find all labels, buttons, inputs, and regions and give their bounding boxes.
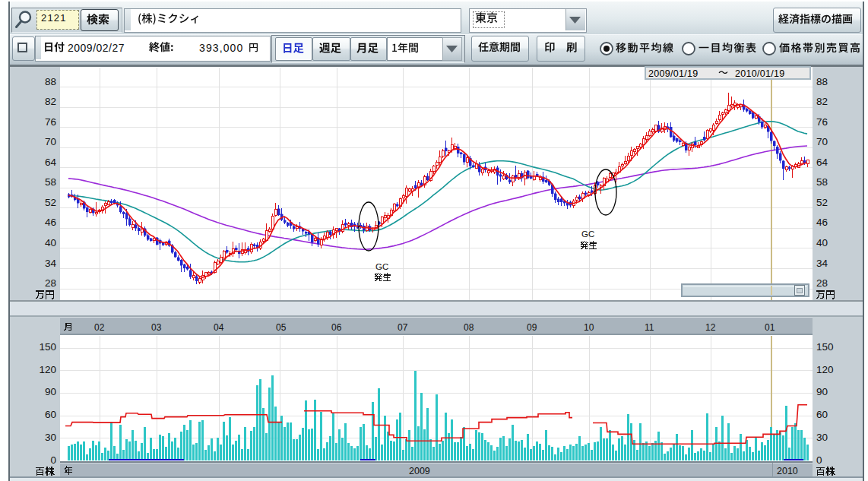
svg-text:08: 08 (464, 322, 474, 333)
svg-text:58: 58 (816, 176, 828, 188)
svg-text:150: 150 (39, 341, 56, 353)
svg-text:58: 58 (45, 176, 56, 188)
svg-text:88: 88 (816, 76, 828, 87)
svg-text:34: 34 (816, 258, 828, 269)
svg-text:03: 03 (151, 322, 162, 333)
svg-text:82: 82 (816, 96, 828, 107)
svg-text:05: 05 (276, 322, 287, 333)
svg-text:76: 76 (816, 116, 828, 128)
svg-text:0: 0 (50, 454, 56, 466)
svg-text:64: 64 (45, 157, 57, 168)
svg-text:04: 04 (214, 322, 224, 333)
svg-text:06: 06 (331, 322, 342, 333)
svg-text:01: 01 (765, 322, 775, 333)
svg-text:52: 52 (45, 197, 56, 208)
svg-text:07: 07 (398, 322, 408, 333)
svg-text:02: 02 (94, 322, 105, 333)
svg-text:150: 150 (816, 341, 834, 353)
svg-text:70: 70 (816, 136, 828, 147)
svg-text:09: 09 (527, 322, 537, 333)
svg-text:28: 28 (816, 277, 828, 289)
svg-text:76: 76 (45, 116, 56, 128)
svg-text:46: 46 (816, 217, 828, 228)
svg-text:34: 34 (45, 258, 57, 269)
svg-text:120: 120 (816, 364, 834, 375)
svg-text:GC: GC (375, 262, 388, 271)
svg-text:52: 52 (816, 197, 828, 208)
svg-text:30: 30 (45, 432, 56, 443)
svg-text:40: 40 (45, 237, 56, 248)
svg-text:2009: 2009 (409, 466, 430, 476)
svg-text:60: 60 (816, 409, 828, 420)
svg-text:120: 120 (39, 364, 56, 375)
svg-text:0: 0 (816, 454, 822, 466)
svg-text:88: 88 (45, 76, 56, 87)
svg-text:90: 90 (45, 386, 56, 397)
svg-text:70: 70 (45, 136, 56, 147)
svg-text:10: 10 (584, 322, 594, 333)
svg-text:12: 12 (705, 322, 716, 333)
svg-text:82: 82 (45, 96, 56, 107)
svg-text:30: 30 (816, 432, 828, 443)
svg-text:60: 60 (45, 409, 56, 420)
svg-text:64: 64 (816, 157, 828, 168)
svg-text:40: 40 (816, 237, 828, 248)
svg-text:GC: GC (581, 229, 594, 239)
svg-text:2010: 2010 (777, 466, 798, 476)
svg-text:28: 28 (45, 277, 56, 289)
svg-text:90: 90 (816, 386, 828, 397)
svg-text:46: 46 (45, 217, 56, 228)
svg-text:11: 11 (645, 322, 654, 333)
